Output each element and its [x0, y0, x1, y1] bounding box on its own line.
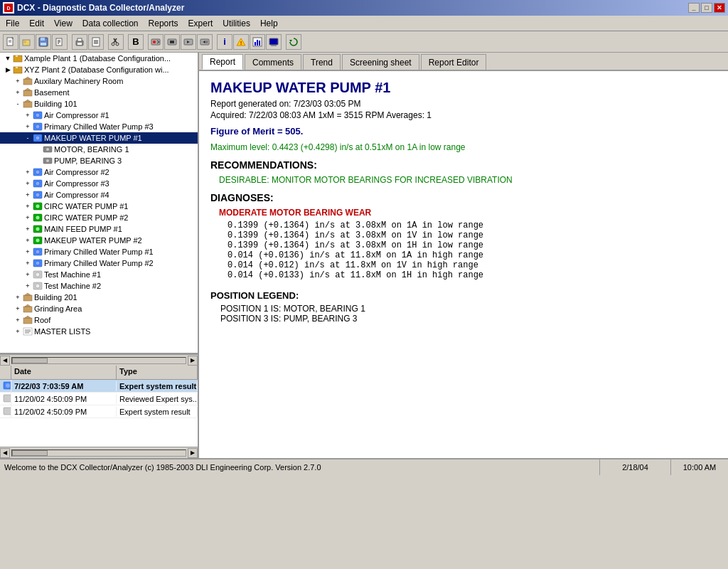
tree-item-pump3[interactable]: PUMP, BEARING 3 — [0, 155, 198, 166]
tree-item-makeup1[interactable]: - MAKEUP WATER PUMP #1 — [0, 132, 198, 144]
expand-icon[interactable]: + — [13, 305, 23, 312]
tab-trend[interactable]: Trend — [303, 54, 341, 70]
expand-icon[interactable]: + — [13, 317, 23, 324]
tb-info[interactable]: i — [217, 34, 232, 50]
bottom-row-2[interactable]: 11/20/02 4:50:09 PM Reviewed Expert sys.… — [0, 393, 198, 405]
tree-item-makeup2[interactable]: + MAKEUP WATER PUMP #2 — [0, 235, 198, 246]
expand-icon[interactable]: - — [23, 134, 33, 142]
tree-view[interactable]: ▼ Xample Plant 1 (Database Configuration… — [0, 53, 198, 354]
bottom-scroll-right[interactable]: ▶ — [188, 448, 198, 458]
tb-play[interactable] — [181, 34, 196, 50]
svg-rect-9 — [41, 43, 46, 46]
expand-icon[interactable]: ▼ — [3, 55, 13, 62]
tree-item-aircomp4[interactable]: + Air Compressor #4 — [0, 189, 198, 201]
expand-icon[interactable]: + — [23, 203, 33, 210]
tb-bold[interactable]: B — [128, 34, 144, 50]
bottom-scroll-left[interactable]: ◀ — [0, 448, 10, 458]
tree-item-roof[interactable]: + Roof — [0, 314, 198, 326]
menu-reports[interactable]: Reports — [144, 17, 183, 30]
menu-expert[interactable]: Expert — [184, 17, 218, 30]
tree-item-circwp2[interactable]: + CIRC WATER PUMP #2 — [0, 212, 198, 223]
tab-comments[interactable]: Comments — [245, 54, 301, 70]
expand-icon[interactable]: + — [23, 191, 33, 198]
tree-item-prichwp1[interactable]: + Primary Chilled Water Pump #1 — [0, 246, 198, 257]
menu-file[interactable]: File — [1, 17, 23, 30]
tab-screening[interactable]: Screening sheet — [342, 54, 419, 70]
tb-save[interactable] — [36, 34, 51, 50]
tb-stop[interactable] — [164, 34, 180, 50]
minimize-button[interactable]: _ — [688, 3, 700, 13]
expand-icon[interactable]: + — [23, 180, 33, 187]
scroll-right-btn[interactable]: ▶ — [188, 356, 198, 366]
menu-help[interactable]: Help — [256, 17, 282, 30]
bottom-scroll-track[interactable] — [11, 450, 186, 457]
expand-icon[interactable]: + — [23, 282, 33, 289]
menu-view[interactable]: View — [50, 17, 77, 30]
tb-new[interactable] — [3, 34, 18, 50]
tree-item-mainfeed[interactable]: + MAIN FEED PUMP #1 — [0, 223, 198, 235]
tb-rewind[interactable] — [197, 34, 213, 50]
tree-item-xyz[interactable]: ▶ XYZ Plant 2 (Database Configuration wi… — [0, 64, 198, 75]
tree-item-testmach1[interactable]: + Test Machine #1 — [0, 269, 198, 280]
diagnoses-lines: 0.1399 (+0.1364) in/s at 3.08xM on 1A in… — [210, 220, 717, 280]
svg-point-65 — [46, 159, 49, 162]
tree-item-aircomp3[interactable]: + Air Compressor #3 — [0, 178, 198, 189]
expand-icon[interactable]: + — [23, 123, 33, 130]
tb-export[interactable] — [52, 34, 68, 50]
expand-icon[interactable]: + — [23, 225, 33, 233]
scroll-track[interactable] — [11, 357, 186, 364]
tb-print2[interactable] — [88, 34, 104, 50]
menu-edit[interactable]: Edit — [25, 17, 48, 30]
bottom-scroll-thumb[interactable] — [12, 450, 48, 456]
tb-cut[interactable] — [108, 34, 124, 50]
expand-icon[interactable]: ▶ — [3, 66, 13, 73]
scroll-thumb[interactable] — [12, 358, 48, 363]
tree-item-circwp1[interactable]: + CIRC WATER PUMP #1 — [0, 201, 198, 212]
expand-icon[interactable]: + — [13, 328, 23, 335]
expand-icon[interactable]: + — [23, 271, 33, 278]
tree-item-masterlists[interactable]: + MASTER LISTS — [0, 326, 198, 337]
expand-icon[interactable]: + — [13, 89, 23, 96]
tree-hscrollbar[interactable]: ◀ ▶ — [0, 354, 198, 366]
menu-utilities[interactable]: Utilities — [218, 17, 255, 30]
tb-record[interactable] — [148, 34, 164, 50]
maximize-button[interactable]: □ — [701, 3, 712, 13]
tb-print[interactable] — [72, 34, 87, 50]
tree-item-prichwp2[interactable]: + Primary Chilled Water Pump #2 — [0, 257, 198, 269]
bottom-row-3[interactable]: 11/20/02 4:50:09 PM Expert system result — [0, 405, 198, 418]
expand-icon[interactable]: - — [13, 100, 23, 107]
svg-rect-16 — [77, 43, 82, 45]
expand-icon[interactable]: + — [23, 112, 33, 119]
tb-refresh[interactable] — [286, 34, 301, 50]
close-button[interactable]: ✕ — [714, 3, 725, 13]
tab-report[interactable]: Report — [202, 54, 243, 70]
expand-icon[interactable]: + — [13, 78, 23, 85]
bottom-row-1[interactable]: 7/22/03 7:03:59 AM Expert system result — [0, 380, 198, 393]
tree-item-prichwp3[interactable]: + Primary Chilled Water Pump #3 — [0, 121, 198, 132]
expand-icon[interactable]: + — [23, 237, 33, 244]
tree-item-basement[interactable]: + Basement — [0, 87, 198, 98]
tree-item-xample[interactable]: ▼ Xample Plant 1 (Database Configuration… — [0, 53, 198, 64]
tb-alert[interactable]: ! — [233, 34, 249, 50]
tree-item-aircomp2[interactable]: + Air Compressor #2 — [0, 166, 198, 178]
expand-icon[interactable]: + — [23, 248, 33, 255]
tb-open[interactable] — [19, 34, 35, 50]
tab-editor[interactable]: Report Editor — [421, 54, 487, 70]
expand-icon[interactable]: + — [23, 214, 33, 221]
tree-item-aux[interactable]: + Auxilary Machinery Room — [0, 75, 198, 87]
scroll-left-btn[interactable]: ◀ — [0, 356, 10, 366]
expand-icon[interactable]: + — [23, 260, 33, 267]
tree-item-bldg101[interactable]: - Building 101 — [0, 98, 198, 110]
bottom-table[interactable]: 7/22/03 7:03:59 AM Expert system result … — [0, 380, 198, 447]
tb-chart[interactable] — [250, 34, 265, 50]
tree-item-aircomp1[interactable]: + Air Compressor #1 — [0, 110, 198, 121]
menu-data-collection[interactable]: Data collection — [78, 17, 143, 30]
expand-icon[interactable]: + — [13, 294, 23, 301]
expand-icon[interactable]: + — [23, 169, 33, 176]
tb-screen[interactable] — [266, 34, 282, 50]
tree-item-bldg201[interactable]: + Building 201 — [0, 292, 198, 303]
tree-item-grinding[interactable]: + Grinding Area — [0, 303, 198, 314]
tree-item-testmach2[interactable]: + Test Machine #2 — [0, 280, 198, 292]
tree-item-motor1[interactable]: MOTOR, BEARING 1 — [0, 144, 198, 155]
bottom-hscrollbar[interactable]: ◀ ▶ — [0, 447, 198, 458]
